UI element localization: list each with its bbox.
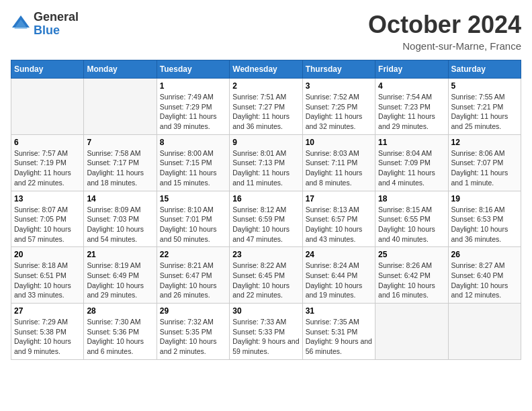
calendar-cell: 20Sunrise: 8:18 AMSunset: 6:51 PMDayligh… [11,247,84,304]
col-monday: Monday [84,60,157,79]
col-friday: Friday [375,60,448,79]
cell-details: Sunrise: 7:49 AMSunset: 7:29 PMDaylight:… [160,92,226,132]
calendar-cell: 18Sunrise: 8:15 AMSunset: 6:55 PMDayligh… [375,191,448,247]
calendar-cell: 19Sunrise: 8:16 AMSunset: 6:53 PMDayligh… [448,191,521,247]
page-header: General Blue October 2024 Nogent-sur-Mar… [11,11,521,52]
logo: General Blue [11,11,79,38]
calendar-week-0: 1Sunrise: 7:49 AMSunset: 7:29 PMDaylight… [11,79,521,135]
day-number: 30 [232,306,299,316]
calendar-week-4: 27Sunrise: 7:29 AMSunset: 5:38 PMDayligh… [11,304,521,360]
cell-details: Sunrise: 8:26 AMSunset: 6:42 PMDaylight:… [378,261,445,300]
day-number: 15 [160,194,226,203]
day-number: 1 [160,81,226,91]
calendar-cell: 10Sunrise: 8:03 AMSunset: 7:11 PMDayligh… [302,134,375,191]
calendar-cell: 27Sunrise: 7:29 AMSunset: 5:38 PMDayligh… [11,304,84,360]
day-number: 19 [451,194,518,203]
cell-details: Sunrise: 8:10 AMSunset: 7:01 PMDaylight:… [160,205,226,244]
calendar-cell [375,304,448,360]
calendar-cell: 4Sunrise: 7:54 AMSunset: 7:23 PMDaylight… [375,79,448,135]
calendar-cell: 17Sunrise: 8:13 AMSunset: 6:57 PMDayligh… [302,191,375,247]
cell-details: Sunrise: 7:55 AMSunset: 7:21 PMDaylight:… [451,92,518,132]
day-number: 31 [306,306,372,316]
day-number: 13 [14,194,81,203]
cell-details: Sunrise: 8:15 AMSunset: 6:55 PMDaylight:… [378,205,445,244]
calendar-cell: 29Sunrise: 7:32 AMSunset: 5:35 PMDayligh… [157,304,229,360]
day-number: 10 [306,138,372,147]
day-number: 7 [87,138,153,147]
calendar-cell: 9Sunrise: 8:01 AMSunset: 7:13 PMDaylight… [230,134,302,191]
calendar-cell: 30Sunrise: 7:33 AMSunset: 5:33 PMDayligh… [230,304,302,360]
calendar-cell: 16Sunrise: 8:12 AMSunset: 6:59 PMDayligh… [230,191,302,247]
calendar-cell: 21Sunrise: 8:19 AMSunset: 6:49 PMDayligh… [84,247,157,304]
calendar-cell: 2Sunrise: 7:51 AMSunset: 7:27 PMDaylight… [230,79,302,135]
calendar-cell: 5Sunrise: 7:55 AMSunset: 7:21 PMDaylight… [448,79,521,135]
col-wednesday: Wednesday [230,60,302,79]
logo-icon [11,14,31,34]
day-number: 20 [14,250,81,259]
day-number: 8 [160,138,226,147]
cell-details: Sunrise: 7:52 AMSunset: 7:25 PMDaylight:… [306,92,372,132]
day-number: 28 [87,306,153,316]
calendar-cell [11,79,84,135]
calendar-week-1: 6Sunrise: 7:57 AMSunset: 7:19 PMDaylight… [11,134,521,191]
cell-details: Sunrise: 8:16 AMSunset: 6:53 PMDaylight:… [451,205,518,244]
cell-details: Sunrise: 7:30 AMSunset: 5:36 PMDaylight:… [87,317,153,357]
calendar-cell: 6Sunrise: 7:57 AMSunset: 7:19 PMDaylight… [11,134,84,191]
cell-details: Sunrise: 8:24 AMSunset: 6:44 PMDaylight:… [306,261,372,300]
cell-details: Sunrise: 8:18 AMSunset: 6:51 PMDaylight:… [14,261,81,300]
day-number: 24 [306,250,372,259]
col-sunday: Sunday [11,60,84,79]
calendar-cell: 14Sunrise: 8:09 AMSunset: 7:03 PMDayligh… [84,191,157,247]
day-number: 21 [87,250,153,259]
cell-details: Sunrise: 8:22 AMSunset: 6:45 PMDaylight:… [232,261,299,300]
day-number: 26 [451,250,518,259]
day-number: 27 [14,306,81,316]
cell-details: Sunrise: 7:33 AMSunset: 5:33 PMDaylight:… [232,317,299,357]
logo-blue-text: Blue [34,24,79,38]
calendar-cell: 1Sunrise: 7:49 AMSunset: 7:29 PMDaylight… [157,79,229,135]
calendar-cell: 28Sunrise: 7:30 AMSunset: 5:36 PMDayligh… [84,304,157,360]
day-number: 22 [160,250,226,259]
cell-details: Sunrise: 7:54 AMSunset: 7:23 PMDaylight:… [378,92,445,132]
day-number: 25 [378,250,445,259]
cell-details: Sunrise: 8:01 AMSunset: 7:13 PMDaylight:… [232,148,299,188]
day-number: 4 [378,81,445,91]
cell-details: Sunrise: 8:13 AMSunset: 6:57 PMDaylight:… [306,205,372,244]
cell-details: Sunrise: 8:07 AMSunset: 7:05 PMDaylight:… [14,205,81,244]
calendar-cell [448,304,521,360]
cell-details: Sunrise: 7:58 AMSunset: 7:17 PMDaylight:… [87,148,153,188]
calendar-cell: 12Sunrise: 8:06 AMSunset: 7:07 PMDayligh… [448,134,521,191]
day-number: 14 [87,194,153,203]
day-number: 2 [232,81,299,91]
calendar-header: Sunday Monday Tuesday Wednesday Thursday… [11,60,521,79]
cell-details: Sunrise: 7:35 AMSunset: 5:31 PMDaylight:… [306,317,372,357]
cell-details: Sunrise: 7:51 AMSunset: 7:27 PMDaylight:… [232,92,299,132]
day-number: 3 [306,81,372,91]
title-area: October 2024 Nogent-sur-Marne, France [368,11,521,52]
day-number: 17 [306,194,372,203]
calendar-body: 1Sunrise: 7:49 AMSunset: 7:29 PMDaylight… [11,79,521,360]
calendar-cell: 25Sunrise: 8:26 AMSunset: 6:42 PMDayligh… [375,247,448,304]
day-number: 6 [14,138,81,147]
cell-details: Sunrise: 8:21 AMSunset: 6:47 PMDaylight:… [160,261,226,300]
calendar-week-2: 13Sunrise: 8:07 AMSunset: 7:05 PMDayligh… [11,191,521,247]
cell-details: Sunrise: 8:27 AMSunset: 6:40 PMDaylight:… [451,261,518,300]
col-saturday: Saturday [448,60,521,79]
cell-details: Sunrise: 7:32 AMSunset: 5:35 PMDaylight:… [160,317,226,357]
cell-details: Sunrise: 8:00 AMSunset: 7:15 PMDaylight:… [160,148,226,188]
cell-details: Sunrise: 8:03 AMSunset: 7:11 PMDaylight:… [306,148,372,188]
location-text: Nogent-sur-Marne, France [368,40,521,52]
calendar-table: Sunday Monday Tuesday Wednesday Thursday… [11,60,521,360]
calendar-cell: 13Sunrise: 8:07 AMSunset: 7:05 PMDayligh… [11,191,84,247]
calendar-cell: 15Sunrise: 8:10 AMSunset: 7:01 PMDayligh… [157,191,229,247]
logo-general-text: General [34,11,79,24]
day-number: 23 [232,250,299,259]
day-number: 5 [451,81,518,91]
cell-details: Sunrise: 8:12 AMSunset: 6:59 PMDaylight:… [232,205,299,244]
month-title: October 2024 [368,11,521,39]
calendar-cell: 31Sunrise: 7:35 AMSunset: 5:31 PMDayligh… [302,304,375,360]
day-number: 12 [451,138,518,147]
logo-text: General Blue [34,11,79,38]
cell-details: Sunrise: 8:09 AMSunset: 7:03 PMDaylight:… [87,205,153,244]
calendar-cell: 8Sunrise: 8:00 AMSunset: 7:15 PMDaylight… [157,134,229,191]
